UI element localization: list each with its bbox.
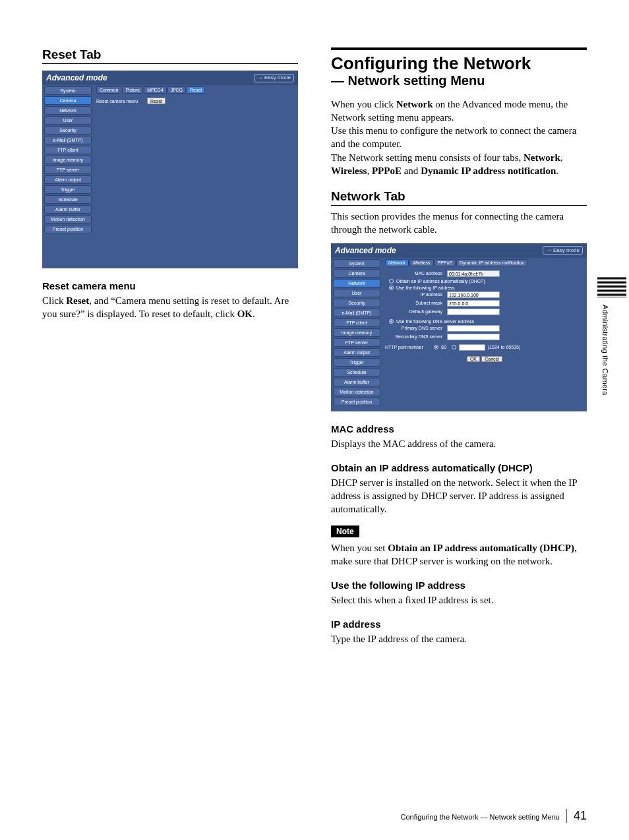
arrow-right-icon: → (546, 247, 552, 253)
radio-port-custom[interactable] (452, 345, 456, 349)
sidebar-item-alarm-output[interactable]: Alarm output (333, 348, 380, 357)
radio-dhcp-label: Obtain an IP address automatically (DHCP… (396, 279, 485, 284)
ip-address-field[interactable]: 192.168.0.100 (447, 291, 500, 298)
footer-title: Configuring the Network — Network settin… (400, 813, 560, 821)
sidebar-item-security[interactable]: Security (44, 126, 92, 135)
sidebar-nav: SystemCameraNetworkUserSecuritye-Mail (S… (42, 85, 94, 239)
radio-port-80-label: 80 (441, 345, 446, 349)
page-number: 41 (566, 809, 587, 823)
sidebar-item-camera[interactable]: Camera (44, 96, 92, 105)
subnet-mask-field[interactable]: 255.0.0.0 (447, 300, 500, 307)
sidebar-item-schedule[interactable]: Schedule (333, 368, 380, 376)
intro-paragraph-2: Use this menu to configure the network t… (331, 124, 587, 151)
sidebar-item-network[interactable]: Network (333, 279, 380, 287)
default-gateway-field[interactable] (447, 309, 500, 315)
dhcp-paragraph: DHCP server is installed on the network.… (331, 476, 587, 516)
sidebar-item-security[interactable]: Security (333, 299, 380, 307)
ok-button[interactable]: OK (467, 356, 480, 362)
tab-mpeg4[interactable]: MPEG4 (144, 86, 167, 94)
sidebar-item-ftp-server[interactable]: FTP server (333, 338, 380, 347)
sidebar-item-camera[interactable]: Camera (333, 269, 380, 278)
radio-static-ip-label: Use the following IP address (396, 285, 455, 290)
radio-dhcp[interactable] (389, 279, 394, 284)
intro-paragraph-1: When you click Network on the Advanced m… (331, 98, 587, 125)
sidebar-item-network[interactable]: Network (44, 106, 92, 115)
sidebar-item-alarm-output[interactable]: Alarm output (44, 175, 92, 184)
page-footer: Configuring the Network — Network settin… (400, 809, 587, 823)
tab-reset[interactable]: Reset (187, 86, 205, 94)
ip-address-heading: IP address (331, 618, 587, 630)
radio-port-80[interactable] (434, 345, 438, 349)
tab-dynamic-ip-address-notification[interactable]: Dynamic IP address notification (456, 259, 527, 266)
sidebar-item-e-mail-smtp-[interactable]: e-Mail (SMTP) (44, 136, 92, 144)
ip-address-label: IP address (385, 292, 444, 297)
network-tabs: NetworkWirelessPPPoEDynamic IP address n… (385, 259, 584, 266)
sidebar-item-user[interactable]: User (44, 116, 92, 125)
sidebar-item-alarm-buffer[interactable]: Alarm buffer (44, 205, 92, 214)
use-ip-heading: Use the following IP address (331, 580, 587, 591)
network-tab-screenshot: Advanced mode →Easy mode SystemCameraNet… (331, 243, 587, 411)
sidebar-item-system[interactable]: System (333, 259, 380, 268)
reset-tab-screenshot: Advanced mode →Easy mode SystemCameraNet… (42, 71, 298, 268)
easy-mode-button[interactable]: →Easy mode (254, 74, 294, 82)
sidebar-item-trigger[interactable]: Trigger (44, 185, 92, 194)
intro-paragraph-3: The Network setting menu consists of fou… (331, 151, 587, 178)
mode-label: Advanced mode (335, 246, 396, 255)
tab-common[interactable]: Common (96, 86, 121, 94)
secondary-dns-label: Secondary DNS server (385, 334, 444, 339)
sidebar-item-trigger[interactable]: Trigger (333, 358, 380, 367)
sidebar-item-system[interactable]: System (44, 86, 92, 95)
sidebar-item-ftp-client[interactable]: FTP client (44, 146, 92, 154)
radio-dns[interactable] (389, 319, 394, 324)
http-port-range: (1024 to 65535) (488, 345, 520, 349)
tab-pppoe[interactable]: PPPoE (434, 259, 456, 266)
use-ip-paragraph: Select this when a fixed IP address is s… (331, 593, 587, 607)
tab-jpeg[interactable]: JPEG (167, 86, 186, 94)
chapter-side-label: Administrating the Camera (601, 305, 609, 396)
reset-camera-menu-label: Reset camera menu (96, 99, 138, 104)
sidebar-nav: SystemCameraNetworkUserSecuritye-Mail (S… (331, 258, 382, 411)
default-gateway-label: Default gateway (385, 309, 444, 314)
subtitle: — Network setting Menu (331, 73, 587, 88)
reset-camera-menu-heading: Reset camera menu (42, 280, 298, 291)
sidebar-item-ftp-client[interactable]: FTP client (333, 318, 380, 327)
ip-address-paragraph: Type the IP address of the camera. (331, 632, 587, 645)
subnet-mask-label: Subnet mask (385, 301, 444, 305)
sidebar-item-alarm-buffer[interactable]: Alarm buffer (333, 378, 380, 386)
easy-mode-button[interactable]: →Easy mode (543, 246, 583, 255)
sidebar-item-image-memory[interactable]: Image memory (333, 328, 380, 337)
sidebar-item-preset-position[interactable]: Preset position (333, 398, 380, 406)
sidebar-item-motion-detection[interactable]: Motion detection (44, 215, 92, 224)
radio-dns-label: Use the following DNS server address (396, 319, 474, 324)
tab-picture[interactable]: Picture (122, 86, 143, 94)
reset-tab-heading: Reset Tab (42, 47, 298, 64)
radio-static-ip[interactable] (389, 285, 394, 290)
sidebar-item-user[interactable]: User (333, 289, 380, 297)
note-label: Note (331, 525, 359, 537)
mac-address-heading: MAC address (331, 423, 587, 435)
sidebar-item-image-memory[interactable]: Image memory (44, 156, 92, 164)
page-edge-marks-icon (597, 277, 626, 298)
sidebar-item-motion-detection[interactable]: Motion detection (333, 388, 380, 396)
cancel-button[interactable]: Cancel (481, 356, 502, 362)
sidebar-item-e-mail-smtp-[interactable]: e-Mail (SMTP) (333, 309, 380, 317)
tab-wireless[interactable]: Wireless (409, 259, 434, 266)
sidebar-item-ftp-server[interactable]: FTP server (44, 165, 92, 174)
mode-label: Advanced mode (46, 73, 107, 82)
http-port-label: HTTP port number (385, 345, 431, 349)
main-title: Configuring the Network (331, 54, 587, 73)
mac-address-field: 00:01:4a:0f:cf:7b (447, 270, 500, 277)
reset-camera-menu-paragraph: Click Reset, and “Camera menu setting is… (42, 294, 298, 321)
tab-network[interactable]: Network (385, 259, 409, 266)
secondary-dns-field[interactable] (447, 334, 500, 340)
network-tab-intro: This section provides the menus for conn… (331, 210, 587, 237)
sidebar-item-preset-position[interactable]: Preset position (44, 225, 92, 233)
http-port-field[interactable] (459, 344, 485, 351)
arrow-right-icon: → (257, 75, 263, 81)
primary-dns-field[interactable] (447, 325, 500, 332)
network-tab-heading: Network Tab (331, 189, 587, 206)
camera-tabs: CommonPictureMPEG4JPEGReset (96, 86, 295, 94)
reset-button[interactable]: Reset (147, 98, 165, 104)
right-column: Configuring the Network — Network settin… (331, 47, 587, 646)
sidebar-item-schedule[interactable]: Schedule (44, 195, 92, 204)
